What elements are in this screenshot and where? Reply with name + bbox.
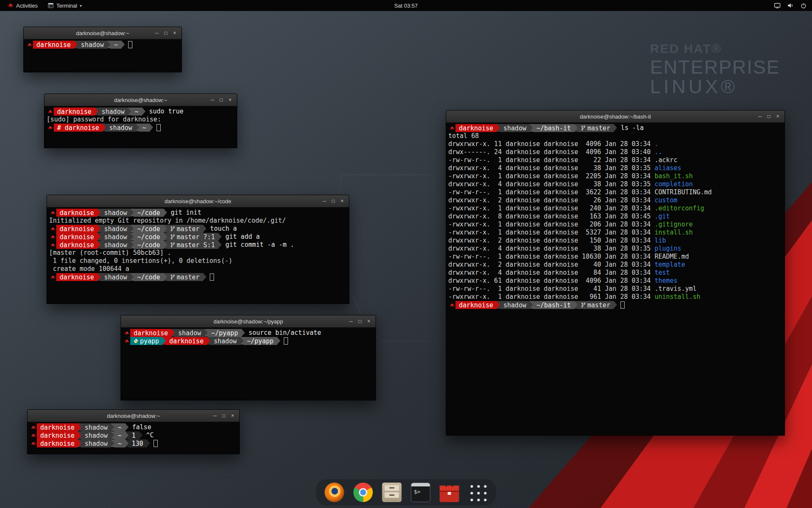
chrome-icon[interactable] xyxy=(354,483,373,502)
prompt-segment-user: # darknoise xyxy=(54,124,102,132)
prompt-segment-host: shadow xyxy=(81,423,111,431)
powerline-arrow xyxy=(162,337,166,345)
file-name: uninstall.sh xyxy=(655,293,700,301)
maximize-button[interactable]: □ xyxy=(162,27,170,39)
close-button[interactable]: × xyxy=(774,110,782,122)
minimize-button[interactable]: ─ xyxy=(211,410,219,422)
power-icon[interactable] xyxy=(800,2,807,9)
terminal-cursor xyxy=(210,273,214,281)
file-name: .. xyxy=(655,148,662,156)
command-text: false xyxy=(129,423,151,431)
maximize-button[interactable]: □ xyxy=(356,315,364,327)
window-title: darknoise@shadow:~/bash-it xyxy=(446,113,785,120)
powerline-arrow xyxy=(164,225,167,232)
brand-line-1: RED HAT® xyxy=(650,41,780,56)
terminal-cursor xyxy=(128,41,132,48)
output-text: total 68 xyxy=(448,132,479,140)
branch-icon xyxy=(170,242,175,248)
close-button[interactable]: × xyxy=(226,94,234,106)
powerline-arrow xyxy=(130,209,134,216)
app-grid-icon[interactable] xyxy=(469,483,488,502)
powerline-arrow xyxy=(78,431,81,439)
file-name: .travis.yml xyxy=(655,285,697,293)
close-button[interactable]: × xyxy=(229,410,236,422)
powerline-arrow xyxy=(164,241,167,248)
output-text: drwxrwxr-x. 11 darknoise darknoise 4096 … xyxy=(448,140,655,148)
brand-line-2: ENTERPRISE xyxy=(650,58,780,77)
app-menu-terminal[interactable]: Terminal ▾ xyxy=(44,0,86,11)
output-text: -rwxrwxr-x. 1 darknoise darknoise 961 Ja… xyxy=(448,293,655,301)
prompt-segment-exit: 130 xyxy=(129,439,147,447)
prompt-line: darknoiseshadow~/codemaster touch a xyxy=(49,225,347,233)
output-line: -rw-rw-r--. 1 darknoise darknoise 41 Jan… xyxy=(448,285,782,293)
prompt-segment-git: master xyxy=(167,225,203,233)
redhat-prompt-icon xyxy=(47,108,54,116)
output-line: drwx------. 24 darknoise darknoise 4096 … xyxy=(448,148,782,156)
titlebar[interactable]: darknoise@shadow:~ ─ □ × xyxy=(24,27,181,39)
maximize-button[interactable]: □ xyxy=(220,410,228,422)
terminal-content[interactable]: darknoiseshadow~/code git initInitialize… xyxy=(47,207,349,304)
file-name: aliases xyxy=(655,164,681,172)
toolbox-icon[interactable] xyxy=(440,483,459,502)
prompt-segment-git: master S:1 xyxy=(167,241,218,249)
terminal-window-sudo[interactable]: darknoise@shadow:~ ─ □ × darknoiseshadow… xyxy=(44,94,237,148)
volume-icon[interactable] xyxy=(787,2,794,9)
command-text: sudo true xyxy=(145,108,184,116)
terminal-window-home-2[interactable]: darknoise@shadow:~ ─ □ × darknoiseshadow… xyxy=(27,409,240,454)
maximize-button[interactable]: □ xyxy=(329,195,337,207)
powerline-arrow xyxy=(97,225,101,232)
redhat-brand: RED HAT® ENTERPRISE LINUX® xyxy=(650,41,780,97)
minimize-button[interactable]: ─ xyxy=(153,27,161,39)
titlebar[interactable]: darknoise@shadow:~/code ─ □ × xyxy=(47,195,349,207)
app-menu-label: Terminal xyxy=(56,3,77,9)
prompt-segment-path: ~/pyapp xyxy=(208,329,241,337)
terminal-window-home-1[interactable]: darknoise@shadow:~ ─ □ × darknoiseshadow… xyxy=(23,27,182,72)
firefox-icon[interactable] xyxy=(325,483,344,502)
prompt-segment-git: master xyxy=(578,301,614,309)
prompt-line: darknoiseshadow~/pyapp source bin/activa… xyxy=(123,329,373,337)
terminal-content[interactable]: darknoiseshadow~ sudo true[sudo] passwor… xyxy=(44,106,237,148)
close-button[interactable]: × xyxy=(171,27,178,39)
titlebar[interactable]: darknoise@shadow:~ ─ □ × xyxy=(27,410,239,422)
activities-button[interactable]: Activities xyxy=(3,0,42,11)
prompt-segment-user: darknoise xyxy=(130,329,171,337)
prompt-segment-path: ~ xyxy=(110,41,121,49)
terminal-window-bash-it[interactable]: darknoise@shadow:~/bash-it ─ □ × darknoi… xyxy=(446,110,785,436)
terminal-cursor xyxy=(154,440,158,447)
maximize-button[interactable]: □ xyxy=(765,110,773,122)
powerline-arrow xyxy=(78,423,81,431)
minimize-button[interactable]: ─ xyxy=(208,94,216,106)
minimize-button[interactable]: ─ xyxy=(321,195,328,207)
prompt-segment-path: ~ xyxy=(114,439,125,447)
display-icon[interactable] xyxy=(774,2,781,9)
close-button[interactable]: × xyxy=(365,315,373,327)
terminal-content[interactable]: darknoiseshadow~/bash-itmaster ls -latot… xyxy=(446,123,785,436)
powerline-arrow xyxy=(95,108,98,115)
prompt-segment-host: shadow xyxy=(175,329,204,337)
prompt-segment-host: shadow xyxy=(77,41,107,49)
terminal-content[interactable]: darknoiseshadow~ xyxy=(24,39,181,72)
redhat-prompt-icon xyxy=(30,423,37,431)
powerline-arrow xyxy=(97,241,101,248)
terminal-icon[interactable]: $> xyxy=(411,483,431,502)
output-line: create mode 100644 a xyxy=(49,265,347,273)
maximize-button[interactable]: □ xyxy=(217,94,225,106)
terminal-window-pyapp[interactable]: darknoise@shadow:~/pyapp ─ □ × darknoise… xyxy=(121,315,376,400)
titlebar[interactable]: darknoise@shadow:~/bash-it ─ □ × xyxy=(446,110,785,123)
terminal-content[interactable]: darknoiseshadow~/pyapp source bin/activa… xyxy=(121,328,376,400)
command-text: ^C xyxy=(143,431,154,439)
terminal-content[interactable]: darknoiseshadow~ falsedarknoiseshadow~1 … xyxy=(27,422,239,454)
prompt-segment-user: darknoise xyxy=(56,273,97,281)
close-button[interactable]: × xyxy=(338,195,346,207)
window-title: darknoise@shadow:~/pyapp xyxy=(121,318,376,325)
command-text: touch a xyxy=(206,225,237,233)
titlebar[interactable]: darknoise@shadow:~/pyapp ─ □ × xyxy=(121,315,376,328)
file-name: bash_it.sh xyxy=(655,172,693,180)
files-icon[interactable] xyxy=(382,483,402,502)
prompt-segment-path: ~/code xyxy=(134,241,163,249)
minimize-button[interactable]: ─ xyxy=(756,110,764,122)
terminal-window-code[interactable]: darknoise@shadow:~/code ─ □ × darknoises… xyxy=(47,195,349,304)
titlebar[interactable]: darknoise@shadow:~ ─ □ × xyxy=(44,94,237,106)
minimize-button[interactable]: ─ xyxy=(347,315,355,327)
clock[interactable]: Sat 03:57 xyxy=(394,3,418,9)
